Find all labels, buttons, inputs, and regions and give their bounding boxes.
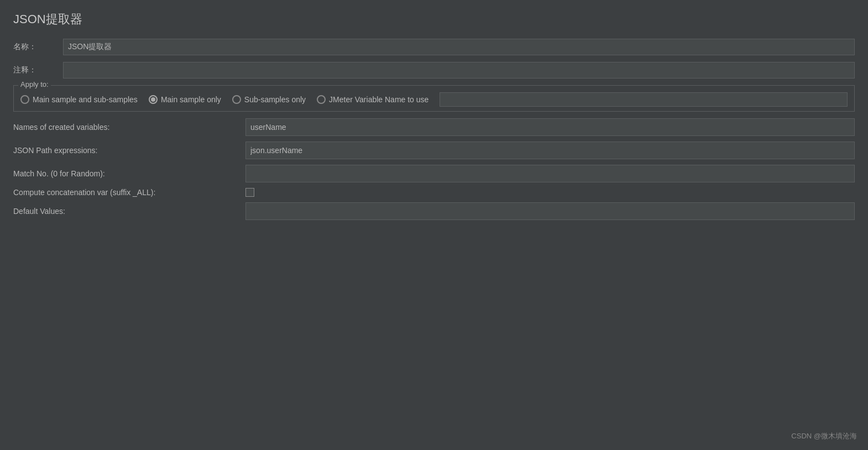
- radio-label-sub-only: Sub-samples only: [244, 95, 306, 104]
- radio-input-jmeter-var[interactable]: [317, 95, 326, 104]
- apply-to-legend: Apply to:: [18, 80, 51, 88]
- names-of-vars-input[interactable]: [245, 118, 855, 136]
- comment-row: 注释：: [13, 62, 855, 79]
- radio-input-sub-only[interactable]: [232, 95, 241, 104]
- radio-label-main-only: Main sample only: [161, 95, 221, 104]
- apply-to-section: Apply to: Main sample and sub-samples Ma…: [13, 85, 855, 112]
- default-values-label: Default Values:: [13, 207, 245, 216]
- default-values-input[interactable]: [245, 202, 855, 220]
- match-no-label: Match No. (0 for Random):: [13, 169, 245, 178]
- radio-input-main-only[interactable]: [149, 95, 158, 104]
- json-path-row: JSON Path expressions:: [13, 142, 855, 159]
- json-path-label: JSON Path expressions:: [13, 146, 245, 155]
- radio-main-sub[interactable]: Main sample and sub-samples: [20, 95, 138, 104]
- json-path-input[interactable]: [245, 142, 855, 159]
- page-container: JSON提取器 名称： 注释： Apply to: Main sample an…: [0, 0, 868, 450]
- radio-label-main-sub: Main sample and sub-samples: [33, 95, 138, 104]
- name-input[interactable]: [63, 39, 855, 55]
- radio-group: Main sample and sub-samples Main sample …: [20, 90, 848, 107]
- radio-label-jmeter-var: JMeter Variable Name to use: [329, 95, 428, 104]
- match-no-row: Match No. (0 for Random):: [13, 165, 855, 182]
- radio-input-main-sub[interactable]: [20, 95, 29, 104]
- form-section: 名称： 注释： Apply to: Main sample and sub-sa…: [13, 39, 855, 220]
- name-label: 名称：: [13, 42, 63, 52]
- radio-main-only[interactable]: Main sample only: [149, 95, 221, 104]
- comment-label: 注释：: [13, 65, 63, 75]
- radio-sub-only[interactable]: Sub-samples only: [232, 95, 306, 104]
- page-title: JSON提取器: [13, 11, 855, 28]
- default-values-row: Default Values:: [13, 202, 855, 220]
- names-of-vars-row: Names of created variables:: [13, 118, 855, 136]
- watermark: CSDN @微木填沧海: [791, 431, 857, 441]
- name-row: 名称：: [13, 39, 855, 55]
- comment-input[interactable]: [63, 62, 855, 79]
- radio-jmeter-var[interactable]: JMeter Variable Name to use: [317, 95, 428, 104]
- concatenation-label: Compute concatenation var (suffix _ALL):: [13, 188, 245, 197]
- match-no-input[interactable]: [245, 165, 855, 182]
- concatenation-checkbox[interactable]: [245, 188, 254, 197]
- concatenation-row: Compute concatenation var (suffix _ALL):: [13, 188, 855, 197]
- names-of-vars-label: Names of created variables:: [13, 123, 245, 132]
- jmeter-var-input[interactable]: [440, 92, 848, 107]
